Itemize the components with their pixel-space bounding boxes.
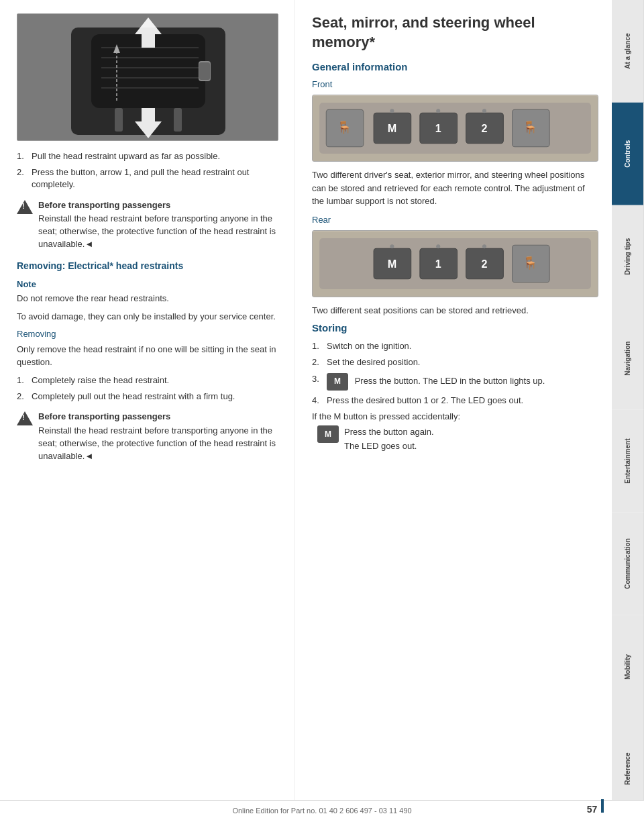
warning-icon-1 bbox=[17, 200, 33, 214]
svg-text:1: 1 bbox=[435, 257, 441, 269]
svg-point-43 bbox=[482, 244, 486, 248]
rear-description: Two different seat positions can be stor… bbox=[312, 304, 598, 317]
sidebar-item-communication[interactable]: Communication bbox=[612, 513, 644, 615]
svg-point-41 bbox=[390, 244, 394, 248]
page-number-bar bbox=[601, 799, 604, 813]
page-container: 1. Pull the head restraint upward as far… bbox=[0, 0, 644, 820]
removing-electrical-heading: Removing: Electrical* head restraints bbox=[17, 260, 281, 271]
footer-text: Online Edition for Part no. 01 40 2 606 … bbox=[232, 807, 411, 815]
svg-rect-13 bbox=[199, 62, 210, 80]
storing-heading: Storing bbox=[312, 322, 598, 334]
main-content: 1. Pull the head restraint upward as far… bbox=[0, 0, 612, 820]
removing-steps-list: 1. Completely raise the head restraint. … bbox=[17, 374, 281, 403]
sidebar-item-driving-tips[interactable]: Driving tips bbox=[612, 205, 644, 308]
page-footer: Online Edition for Part no. 01 40 2 606 … bbox=[0, 800, 644, 820]
sidebar-item-at-a-glance[interactable]: At a glance bbox=[612, 0, 644, 103]
warning-content-1: Before transporting passengers Reinstall… bbox=[38, 199, 281, 251]
svg-text:2: 2 bbox=[482, 122, 488, 134]
svg-text:🪑: 🪑 bbox=[337, 120, 352, 135]
general-information-title: General information bbox=[312, 61, 598, 72]
warning-block-1: Before transporting passengers Reinstall… bbox=[17, 199, 281, 251]
svg-point-29 bbox=[436, 109, 440, 113]
note-text-1: Do not remove the rear head restraints. bbox=[17, 292, 281, 305]
storing-step-3: 3. M Press the button. The LED in the bu… bbox=[312, 373, 598, 391]
svg-text:M: M bbox=[388, 257, 396, 269]
m-button-inline: M bbox=[327, 373, 348, 391]
sidebar: At a glance Controls Driving tips Naviga… bbox=[612, 0, 644, 820]
right-column: Seat, mirror, and steering wheel memory*… bbox=[295, 0, 612, 820]
svg-text:1: 1 bbox=[435, 122, 441, 134]
svg-text:🪑: 🪑 bbox=[523, 255, 538, 270]
if-m-step-1: M Press the button again. The LED goes o… bbox=[312, 425, 598, 458]
if-m-pressed-text: If the M button is pressed accidentally: bbox=[312, 411, 598, 423]
svg-text:M: M bbox=[388, 122, 396, 134]
front-control-panel: 🪑 M 1 2 🪑 bbox=[312, 95, 598, 162]
front-description: Two different driver's seat, exterior mi… bbox=[312, 168, 598, 208]
svg-text:2: 2 bbox=[482, 257, 488, 269]
warning-content-2: Before transporting passengers Reinstall… bbox=[38, 411, 281, 462]
rear-control-panel: M 1 2 🪑 bbox=[312, 230, 598, 297]
svg-point-42 bbox=[436, 244, 440, 248]
sidebar-item-controls[interactable]: Controls bbox=[612, 103, 644, 205]
warning-block-2: Before transporting passengers Reinstall… bbox=[17, 411, 281, 462]
svg-point-28 bbox=[390, 109, 394, 113]
remove-step-2: 2. Completely pull out the head restrain… bbox=[17, 391, 281, 403]
removing-sub-heading: Removing bbox=[17, 329, 281, 339]
svg-rect-8 bbox=[115, 108, 123, 132]
step-2: 2. Press the button, arrow 1, and pull t… bbox=[17, 166, 281, 191]
storing-step-4: 4. Press the desired button 1 or 2. The … bbox=[312, 395, 598, 407]
if-m-step-text-1: Press the button again. bbox=[344, 425, 434, 439]
svg-rect-9 bbox=[174, 108, 182, 132]
step-1: 1. Pull the head restraint upward as far… bbox=[17, 150, 281, 162]
sidebar-item-entertainment[interactable]: Entertainment bbox=[612, 410, 644, 513]
page-title: Seat, mirror, and steering wheel memory* bbox=[312, 13, 598, 52]
note-label: Note bbox=[17, 279, 281, 289]
steps-list: 1. Pull the head restraint upward as far… bbox=[17, 150, 281, 191]
warning-icon-2 bbox=[17, 411, 33, 425]
svg-text:🪑: 🪑 bbox=[523, 120, 538, 135]
sidebar-item-mobility[interactable]: Mobility bbox=[612, 615, 644, 718]
if-m-step-text-2: The LED goes out. bbox=[344, 440, 434, 453]
storing-step-1: 1. Switch on the ignition. bbox=[312, 340, 598, 352]
rear-label: Rear bbox=[312, 215, 598, 225]
headrest-image bbox=[17, 13, 278, 141]
removing-text: Only remove the head restraint if no one… bbox=[17, 343, 281, 369]
note-text-2: To avoid damage, they can only be instal… bbox=[17, 310, 281, 323]
svg-point-30 bbox=[482, 109, 486, 113]
left-column: 1. Pull the head restraint upward as far… bbox=[0, 0, 295, 820]
storing-step-2: 2. Set the desired position. bbox=[312, 356, 598, 368]
m-button-inline-2: M bbox=[317, 425, 339, 443]
remove-step-1: 1. Completely raise the head restraint. bbox=[17, 374, 281, 387]
page-number: 57 bbox=[587, 799, 604, 815]
front-label: Front bbox=[312, 79, 598, 89]
sidebar-item-navigation[interactable]: Navigation bbox=[612, 307, 644, 410]
